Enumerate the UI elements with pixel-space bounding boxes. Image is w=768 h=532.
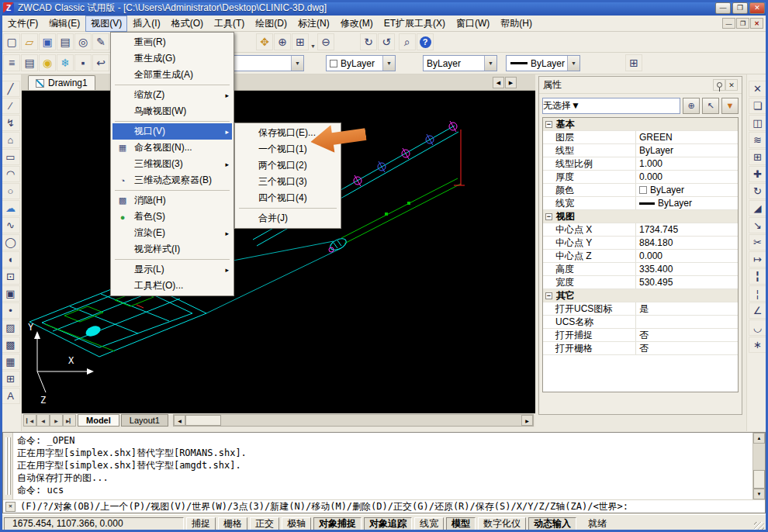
save-button[interactable]: ▣: [39, 33, 56, 50]
plot-button[interactable]: ▤: [57, 33, 74, 50]
open-button[interactable]: ▱: [21, 33, 38, 50]
vscroll-down-icon[interactable]: ▼: [753, 489, 765, 499]
command-window-grip[interactable]: [3, 433, 13, 499]
command-prompt[interactable]: (F)/?/对象(OB)/上一个(P)/视图(V)/世界(W)/3点(3)/新建…: [20, 500, 628, 513]
menu-item-hide[interactable]: ▩消隐(H): [112, 192, 232, 209]
command-vscrollbar[interactable]: ▲ ▼: [752, 433, 765, 499]
menu-modify[interactable]: 修改(M): [335, 16, 379, 32]
ellipse-button[interactable]: ◯: [2, 234, 20, 250]
prop-row-linetype[interactable]: 线型ByLayer: [543, 144, 738, 157]
layer-states-button[interactable]: ▤: [21, 54, 38, 71]
menu-item-visual-styles[interactable]: 视觉样式(I): [112, 241, 232, 257]
prop-row-snap-on[interactable]: 打开捕捉否: [543, 329, 738, 342]
pan-button[interactable]: ✥: [256, 33, 273, 50]
menu-item-aerial-view[interactable]: 鸟瞰视图(W): [112, 103, 232, 119]
pickadd-toggle-button[interactable]: ⊕: [683, 98, 700, 114]
titlebar[interactable]: Z ZWCAD Classic 试用版 - [C:\Users\Administ…: [0, 0, 768, 16]
collapse-icon[interactable]: −: [545, 121, 552, 128]
selection-combo[interactable]: 无选择 ▼: [542, 98, 680, 114]
select-objects-button[interactable]: ↖: [702, 98, 719, 114]
toggle-snap[interactable]: 捕捉: [186, 517, 216, 530]
stretch-button[interactable]: ↘: [749, 217, 767, 233]
circle-button[interactable]: ○: [2, 183, 20, 199]
arc-button[interactable]: ◠: [2, 166, 20, 182]
doc-tab-prev-button[interactable]: ◀: [493, 77, 504, 88]
menu-edit[interactable]: 编辑(E): [43, 16, 85, 32]
layer-freeze-button[interactable]: ❄: [57, 54, 74, 71]
toggle-grid[interactable]: 栅格: [218, 517, 247, 530]
chamfer-button[interactable]: ∠: [749, 302, 767, 319]
menu-window[interactable]: 窗口(W): [451, 16, 495, 32]
mdi-close-button[interactable]: ✕: [750, 18, 763, 29]
toggle-model[interactable]: 模型: [446, 517, 476, 530]
scale-button[interactable]: ◢: [749, 200, 767, 216]
ellipse-arc-button[interactable]: ◖: [2, 251, 20, 268]
toggle-dynamic-input[interactable]: 动态输入: [528, 517, 576, 530]
quick-select-button[interactable]: ▼: [721, 98, 739, 114]
sheet-first-button[interactable]: ▎◀: [23, 414, 36, 427]
mdi-restore-button[interactable]: ❐: [736, 18, 749, 29]
vscroll-thumb[interactable]: [753, 470, 765, 489]
copy-object-button[interactable]: ❏: [749, 98, 767, 114]
menu-item-viewports[interactable]: 视口(V)▸: [112, 123, 232, 140]
prop-row-width[interactable]: 宽度530.495: [543, 276, 738, 289]
preview-button[interactable]: ◎: [74, 33, 92, 50]
array-button[interactable]: ⊞: [749, 149, 767, 165]
menu-item-render[interactable]: 渲染(E)▸: [112, 225, 232, 241]
new-button[interactable]: ▢: [3, 33, 20, 50]
gradient-button[interactable]: ▩: [2, 337, 20, 353]
make-block-button[interactable]: ▣: [2, 285, 20, 302]
tab-layout1[interactable]: Layout1: [121, 414, 168, 427]
layer-lock-button[interactable]: ▪: [74, 54, 92, 71]
region-button[interactable]: ▦: [2, 354, 20, 370]
menu-item-four-viewports[interactable]: 四个视口(4): [237, 190, 339, 206]
doc-tab-next-button[interactable]: ▶: [505, 77, 517, 88]
help-button[interactable]: ?: [417, 33, 434, 50]
linetype-combo-dropdown-icon[interactable]: ▼: [484, 56, 496, 71]
layer-combo-dropdown-icon[interactable]: ▼: [291, 56, 303, 71]
toggle-tablet[interactable]: 数字化仪: [478, 517, 526, 530]
group-view[interactable]: − 视图: [543, 210, 738, 223]
toggle-ortho[interactable]: 正交: [250, 517, 279, 530]
zoom-realtime-button[interactable]: ⊕: [274, 33, 291, 50]
xline-button[interactable]: ∕: [2, 98, 20, 114]
lineweight-combo-dropdown-icon[interactable]: ▼: [567, 56, 579, 71]
menu-format[interactable]: 格式(O): [166, 16, 209, 32]
toggle-lineweight[interactable]: 线宽: [414, 517, 444, 530]
trim-button[interactable]: ✂: [749, 234, 767, 250]
menu-express-tools[interactable]: ET扩展工具(X): [379, 16, 451, 32]
group-misc[interactable]: − 其它: [543, 289, 738, 302]
lineweight-combo[interactable]: ByLayer ▼: [506, 55, 580, 71]
hscroll-thumb[interactable]: [185, 415, 221, 426]
prop-row-height[interactable]: 高度335.400: [543, 263, 738, 276]
toggle-polar[interactable]: 极轴: [282, 517, 311, 530]
properties-close-button[interactable]: ✕: [725, 79, 738, 91]
break-button[interactable]: ¦: [749, 285, 767, 302]
pin-button[interactable]: [713, 79, 725, 91]
layer-on-button[interactable]: ◉: [39, 54, 56, 71]
tab-model[interactable]: Model: [78, 414, 119, 427]
regen-button[interactable]: ↺: [378, 33, 395, 50]
rectangle-button[interactable]: ▭: [2, 149, 20, 165]
command-history[interactable]: 命令: _OPEN 正在用字型[simplex.shx]替代字型[ROMANS.…: [13, 433, 752, 499]
prop-row-ucs-icon-on[interactable]: 打开UCS图标是: [543, 302, 738, 316]
hscroll-left-icon[interactable]: ◀: [174, 415, 185, 426]
menu-tools[interactable]: 工具(T): [209, 16, 250, 32]
vscroll-up-icon[interactable]: ▲: [753, 433, 765, 444]
menu-item-regen[interactable]: 重生成(G): [112, 50, 232, 67]
hatch-button[interactable]: ▨: [2, 320, 20, 336]
prop-row-lineweight[interactable]: 线宽ByLayer: [543, 197, 738, 210]
maximize-button[interactable]: ❐: [732, 2, 748, 14]
tab-drawing1[interactable]: Drawing1: [28, 75, 95, 90]
mdi-minimize-button[interactable]: —: [722, 18, 735, 29]
command-window[interactable]: 命令: _OPEN 正在用字型[simplex.shx]替代字型[ROMANS.…: [2, 432, 766, 513]
prop-row-ucs-name[interactable]: UCS名称: [543, 316, 738, 329]
collapse-icon[interactable]: −: [545, 213, 552, 220]
zoom-window-button[interactable]: ⊞: [292, 33, 309, 50]
menu-item-regen-all[interactable]: 全部重生成(A): [112, 67, 232, 83]
sheet-prev-button[interactable]: ◀: [36, 414, 50, 427]
toggle-otrack[interactable]: 对象追踪: [364, 517, 412, 530]
move-button[interactable]: ✚: [749, 166, 767, 182]
prop-row-center-y[interactable]: 中心点 Y884.180: [543, 237, 738, 250]
break-at-point-button[interactable]: ╏: [749, 268, 767, 285]
